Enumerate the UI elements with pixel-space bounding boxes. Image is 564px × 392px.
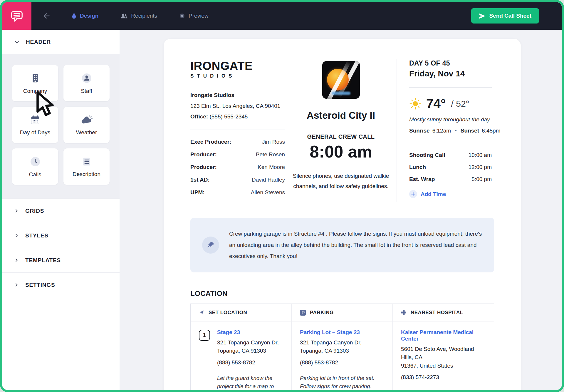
sidebar-section-header[interactable]: HEADER — [2, 30, 120, 54]
cloud-sun-icon — [80, 114, 93, 125]
day-info-block[interactable]: DAY 5 OF 45 Friday, Nov 14 — [397, 59, 492, 202]
card-label: Calls — [29, 171, 41, 178]
location-row: 1 Stage 23 321 Topanga Canyon Dr, Topang… — [191, 321, 494, 390]
people-icon — [120, 13, 128, 19]
calendar-icon — [30, 114, 41, 125]
parking-link[interactable]: Parking Lot – Stage 23 — [300, 329, 384, 336]
location-number-badge: 1 — [199, 330, 210, 341]
hospital-link[interactable]: Kaiser Permanente Medical Center — [401, 329, 486, 342]
text-lines-icon — [81, 156, 92, 167]
back-button[interactable] — [43, 12, 51, 20]
location-table: SET LOCATION PARKING NEARE — [190, 304, 494, 390]
tab-label: Design — [80, 13, 98, 19]
hospital-address: 5601 De Soto Ave, Woodland Hills, CA 913… — [401, 345, 486, 370]
send-call-sheet-button[interactable]: Send Call Sheet — [471, 8, 539, 24]
personnel-row: Exec Producer:Jim Ross — [190, 139, 285, 145]
studiobinder-logo[interactable] — [2, 2, 31, 30]
divider — [190, 130, 285, 130]
pushpin-icon — [202, 237, 219, 254]
set-note: Let the guard know the project title for… — [217, 374, 283, 390]
temp-high: 74° — [426, 96, 446, 111]
tab-label: Recipients — [131, 13, 157, 19]
app-window: Design Recipients Preview — [2, 2, 562, 390]
set-phone: (888) 553-8782 — [217, 359, 283, 366]
parking-note: Parking lot is in front of the set. Foll… — [300, 374, 382, 390]
element-card-calls[interactable]: Calls — [12, 148, 58, 185]
section-label: STYLES — [25, 232, 48, 239]
divider — [409, 143, 492, 143]
ink-droplet-icon — [71, 13, 77, 19]
call-sheet[interactable]: IRONGATE STUDIOS Irongate Studios 123 El… — [164, 39, 521, 390]
arrow-left-icon — [43, 12, 51, 20]
schedule-row: Lunch12:00 pm — [409, 164, 492, 170]
personnel-row: Producer:Pete Rosen — [190, 151, 285, 158]
tab-recipients[interactable]: Recipients — [120, 13, 157, 19]
company-logo-subtext: STUDIOS — [190, 73, 285, 79]
chevron-right-icon — [14, 233, 19, 238]
sun-icon — [409, 98, 422, 110]
person-icon — [81, 72, 93, 84]
paper-plane-icon — [479, 13, 486, 19]
sidebar-section-settings[interactable]: SETTINGS — [2, 272, 120, 297]
schedule-list: Shooting Call10:00 am Lunch12:00 pm Est.… — [409, 152, 492, 182]
parking-notice[interactable]: Crew parking garage is in Structure #4 .… — [190, 218, 494, 272]
parking-phone: (888) 553-8782 — [300, 359, 384, 366]
location-table-header: SET LOCATION PARKING NEARE — [191, 304, 494, 321]
topbar-tabs: Design Recipients Preview — [71, 13, 209, 19]
tab-label: Preview — [189, 13, 209, 19]
speech-bubble-icon — [10, 9, 24, 23]
parking-icon — [300, 310, 306, 316]
general-crew-call-label: GENERAL CREW CALL — [292, 133, 390, 140]
company-logo-text: IRONGATE — [190, 59, 285, 73]
crew-call-block[interactable]: Asteroid City II GENERAL CREW CALL 8:00 … — [285, 59, 397, 202]
sidebar-section-grids[interactable]: GRIDS — [2, 198, 120, 223]
sidebar-section-templates[interactable]: TEMPLATES — [2, 248, 120, 272]
tab-preview[interactable]: Preview — [179, 13, 209, 19]
section-label: TEMPLATES — [25, 257, 61, 264]
project-title: Asteroid City II — [292, 110, 390, 121]
set-location-link[interactable]: Stage 23 — [217, 329, 283, 336]
hospital-phone: (833) 574-2273 — [401, 374, 486, 381]
card-label: Staff — [81, 88, 92, 94]
chevron-down-icon — [14, 40, 19, 45]
crew-call-note: Silence phones, use designated walkie ch… — [293, 171, 390, 191]
sunrise-sunset-line: Sunrise 6:12am • Sunset 6:45pm — [409, 128, 492, 134]
schedule-row: Shooting Call10:00 am — [409, 152, 492, 158]
element-card-weather[interactable]: Weather — [63, 107, 110, 143]
header-elements-panel: Company Staff — [2, 54, 120, 198]
schedule-row: Est. Wrap5:00 pm — [409, 176, 492, 182]
add-time-button[interactable]: Add Time — [409, 190, 492, 198]
day-count: DAY 5 OF 45 — [409, 59, 492, 67]
eye-icon — [179, 13, 185, 19]
temp-low: / 52° — [451, 99, 469, 109]
key-personnel-list: Exec Producer:Jim Ross Producer:Pete Ros… — [190, 139, 285, 196]
element-card-day-of-days[interactable]: Day of Days — [12, 107, 58, 143]
card-label: Description — [73, 171, 100, 177]
notice-text: Crew parking garage is in Structure #4 .… — [229, 228, 482, 262]
tab-design[interactable]: Design — [71, 13, 98, 19]
column-set-location: SET LOCATION — [191, 304, 292, 321]
sidebar-section-styles[interactable]: STYLES — [2, 223, 120, 248]
set-location-cell: 1 Stage 23 321 Topanga Canyon Dr, Topang… — [191, 321, 292, 390]
call-sheet-canvas: IRONGATE STUDIOS Irongate Studios 123 El… — [120, 30, 562, 390]
column-parking: PARKING — [292, 304, 393, 321]
personnel-row: Producer:Ken Moore — [190, 164, 285, 170]
company-block[interactable]: IRONGATE STUDIOS Irongate Studios 123 El… — [190, 59, 285, 202]
add-time-label: Add Time — [421, 191, 446, 197]
card-label: Day of Days — [20, 129, 50, 136]
forecast-text: Mostly sunny throughout the day — [409, 116, 492, 123]
company-name: Irongate Studios — [190, 91, 285, 99]
general-crew-call-time: 8:00 am — [292, 142, 390, 161]
chevron-right-icon — [14, 283, 19, 287]
card-label: Weather — [76, 129, 97, 136]
shoot-date: Friday, Nov 14 — [409, 69, 492, 78]
section-label: GRIDS — [25, 208, 44, 214]
topbar: Design Recipients Preview — [2, 2, 562, 30]
building-icon — [30, 72, 41, 84]
hospital-cell: Kaiser Permanente Medical Center 5601 De… — [393, 321, 494, 390]
element-card-staff[interactable]: Staff — [63, 65, 110, 101]
parking-address: 321 Topanga Canyon Dr, Topanga, CA 91303 — [300, 339, 384, 355]
element-card-description[interactable]: Description — [63, 148, 110, 185]
card-label: Company — [23, 88, 47, 94]
element-card-company[interactable]: Company — [12, 65, 58, 101]
